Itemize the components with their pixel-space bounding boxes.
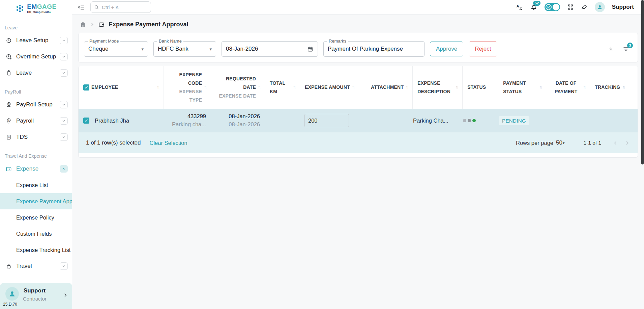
sidebar-item-payroll[interactable]: $ Payroll bbox=[0, 113, 72, 129]
header-expense-description[interactable]: EXPENSE DESCRIPTION ↑↓ bbox=[412, 66, 462, 109]
sidebar-item-expense-policy[interactable]: Expense Policy bbox=[0, 209, 72, 226]
chevron-down-icon[interactable] bbox=[60, 117, 68, 125]
filter-bar: Payment Mode Cheque ▾ Bank Name HDFC Ban… bbox=[78, 33, 638, 62]
sidebar-collapse-icon[interactable] bbox=[78, 3, 85, 11]
chevron-down-icon[interactable] bbox=[60, 69, 68, 77]
remarks-field[interactable]: Remarks bbox=[323, 41, 425, 57]
sidebar-item-expense[interactable]: Expense bbox=[0, 161, 72, 177]
page-title: Expense Payment Approval bbox=[109, 21, 188, 28]
chevron-down-icon[interactable] bbox=[60, 262, 68, 270]
status-dot-green bbox=[472, 119, 476, 122]
bank-name-select[interactable]: Bank Name HDFC Bank ▾ bbox=[153, 41, 216, 57]
topbar: A 52 R Support bbox=[72, 0, 644, 15]
page-range-text: 1-1 of 1 bbox=[583, 140, 601, 146]
sidebar-item-expense-tracking-list[interactable]: Expense Tracking List bbox=[0, 242, 72, 258]
svg-text:$: $ bbox=[8, 103, 10, 106]
calendar-icon[interactable] bbox=[307, 46, 314, 52]
expense-table: EMPLOYEE ↑↓ EXPENSE CODE EXPENSE TYPE ↑↓… bbox=[78, 66, 638, 158]
remarks-input[interactable] bbox=[328, 46, 420, 52]
sort-icon[interactable]: ↑↓ bbox=[352, 84, 354, 91]
payment-mode-select[interactable]: Payment Mode Cheque ▾ bbox=[84, 41, 148, 57]
sidebar-item-leave[interactable]: Leave bbox=[0, 65, 72, 81]
select-all-checkbox[interactable] bbox=[83, 84, 89, 91]
user-role: Contractor bbox=[23, 296, 47, 302]
sidebar-item-expense-payment-approval[interactable]: Expense Payment Approval bbox=[0, 193, 72, 209]
language-icon[interactable]: A bbox=[516, 4, 523, 11]
sidebar-item-leave-setup[interactable]: Leave Setup bbox=[0, 32, 72, 49]
table-row[interactable]: Prabhash Jha 433299 Parking cha... 08-Ja… bbox=[79, 109, 638, 132]
header-tracking[interactable]: TRACKING ↑↓ bbox=[590, 66, 638, 109]
row-checkbox[interactable] bbox=[83, 118, 89, 124]
notifications-bell-icon[interactable]: 52 bbox=[530, 3, 537, 11]
tds-percent-doc-icon: % bbox=[5, 134, 12, 140]
section-label-payroll: PayRoll bbox=[0, 81, 72, 97]
approve-button[interactable]: Approve bbox=[430, 42, 463, 56]
sort-icon[interactable]: ↑↓ bbox=[204, 84, 206, 91]
clock-icon bbox=[5, 37, 12, 44]
brand-name: EMGAGE bbox=[27, 3, 56, 10]
sidebar-item-overtime-setup[interactable]: Overtime Setup bbox=[0, 49, 72, 65]
header-employee[interactable]: EMPLOYEE ↑↓ bbox=[79, 66, 164, 109]
header-total-km[interactable]: TOTAL KM ↑↓ bbox=[265, 66, 300, 109]
chevron-down-icon[interactable] bbox=[60, 37, 68, 44]
sort-icon[interactable]: ↑↓ bbox=[293, 84, 295, 91]
chevron-up-icon[interactable] bbox=[60, 165, 68, 173]
sort-icon[interactable]: ↑↓ bbox=[583, 84, 585, 91]
status-dots bbox=[463, 119, 476, 122]
clear-selection-link[interactable]: Clear Selection bbox=[150, 140, 187, 146]
chevron-down-icon[interactable] bbox=[60, 53, 68, 60]
sidebar-item-custom-fields[interactable]: Custom Fields bbox=[0, 226, 72, 242]
global-search[interactable] bbox=[90, 1, 151, 13]
rows-per-page-label: Rows per page bbox=[516, 140, 553, 146]
vertical-scrollbar[interactable] bbox=[641, 0, 644, 164]
sidebar-item-payroll-setup[interactable]: $ PayRoll Setup bbox=[0, 97, 72, 113]
download-icon[interactable] bbox=[608, 46, 614, 52]
user-avatar bbox=[5, 287, 19, 301]
chevron-down-icon[interactable] bbox=[60, 133, 68, 141]
reject-button[interactable]: Reject bbox=[469, 42, 497, 56]
header-payment-status[interactable]: PAYMENT STATUS ↑↓ bbox=[498, 66, 546, 109]
fullscreen-icon[interactable] bbox=[567, 4, 574, 10]
selection-count-text: 1 of 1 row(s) selected bbox=[86, 139, 141, 146]
chevron-right-icon[interactable] bbox=[63, 292, 68, 298]
sort-icon[interactable]: ↑↓ bbox=[258, 84, 260, 91]
currency-toggle[interactable]: R bbox=[545, 3, 560, 11]
chevron-down-icon[interactable] bbox=[60, 101, 68, 108]
sidebar-user-card[interactable]: Support Contractor 25.D.70 bbox=[0, 283, 72, 309]
cell-expense-description: Parking Cha... bbox=[408, 118, 458, 124]
section-label-travel-expense: Travel And Expense bbox=[0, 145, 72, 161]
sort-icon[interactable]: ↑↓ bbox=[539, 84, 541, 91]
pagination: Rows per page 50 ▾ 1-1 of 1 bbox=[516, 139, 630, 146]
previous-page-icon[interactable] bbox=[613, 140, 618, 146]
emgage-people-icon bbox=[15, 4, 25, 13]
main-area: A 52 R Support bbox=[72, 0, 644, 309]
theme-brush-icon[interactable] bbox=[581, 4, 588, 10]
filter-icon[interactable]: 3 bbox=[622, 46, 630, 53]
leave-bag-icon bbox=[5, 70, 12, 76]
section-label-leave: Leave bbox=[0, 17, 72, 32]
next-page-icon[interactable] bbox=[624, 140, 630, 146]
home-icon[interactable] bbox=[80, 21, 86, 28]
table-footer: 1 of 1 row(s) selected Clear Selection R… bbox=[79, 132, 638, 153]
status-dot-grey bbox=[463, 119, 466, 122]
header-expense-code[interactable]: EXPENSE CODE EXPENSE TYPE ↑↓ bbox=[164, 66, 211, 109]
rows-per-page-select[interactable]: 50 bbox=[556, 139, 562, 146]
sort-icon[interactable]: ↑↓ bbox=[622, 84, 624, 91]
sidebar-item-travel[interactable]: Travel bbox=[0, 258, 72, 274]
svg-text:%: % bbox=[8, 136, 10, 139]
header-requested-date[interactable]: REQUESTED DATE EXPENSE DATE ↑↓ bbox=[211, 66, 265, 109]
sort-icon[interactable]: ↑↓ bbox=[406, 84, 408, 91]
search-input[interactable] bbox=[102, 4, 147, 10]
sort-icon[interactable]: ↑↓ bbox=[456, 84, 458, 91]
header-expense-amount[interactable]: EXPENSE AMOUNT ↑↓ bbox=[300, 66, 366, 109]
sidebar-item-tds[interactable]: % TDS bbox=[0, 129, 72, 145]
topbar-user-label[interactable]: Support bbox=[612, 4, 634, 10]
topbar-avatar[interactable] bbox=[595, 2, 605, 12]
sidebar-item-expense-list[interactable]: Expense List bbox=[0, 177, 72, 193]
payment-date-input[interactable]: 08-Jan-2026 bbox=[222, 41, 318, 57]
header-date-of-payment[interactable]: DATE OF PAYMENT ↑↓ bbox=[546, 66, 590, 109]
chevron-down-icon: ▾ bbox=[206, 47, 212, 52]
expense-amount-input[interactable] bbox=[304, 114, 349, 127]
header-attachment[interactable]: ATTACHMENT ↑↓ bbox=[366, 66, 412, 109]
sort-icon[interactable]: ↑↓ bbox=[157, 84, 159, 91]
